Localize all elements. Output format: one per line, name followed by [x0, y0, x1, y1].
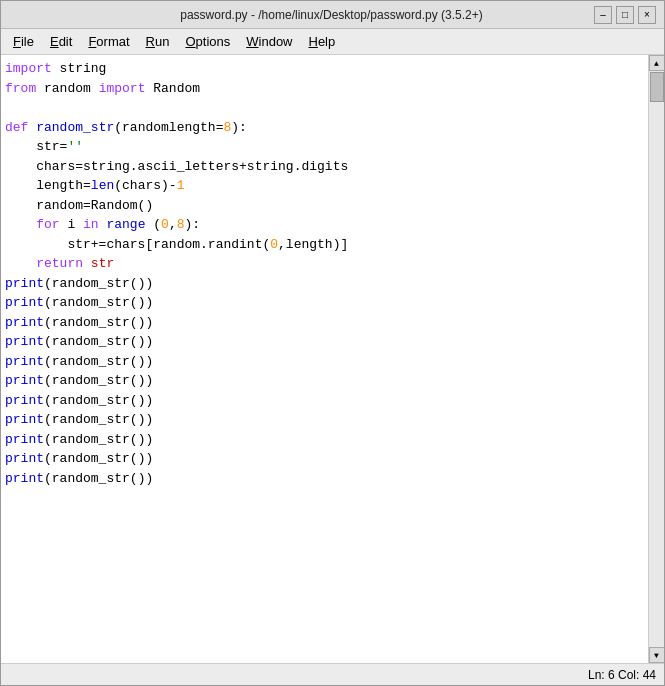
code-line: print(random_str()): [5, 391, 644, 411]
code-line: print(random_str()): [5, 469, 644, 489]
status-bar: Ln: 6 Col: 44: [1, 663, 664, 685]
code-line: print(random_str()): [5, 371, 644, 391]
title-bar: password.py - /home/linux/Desktop/passwo…: [1, 1, 664, 29]
minimize-button[interactable]: –: [594, 6, 612, 24]
menu-window[interactable]: Window: [238, 32, 300, 51]
code-line: print(random_str()): [5, 352, 644, 372]
code-line: print(random_str()): [5, 313, 644, 333]
main-window: password.py - /home/linux/Desktop/passwo…: [0, 0, 665, 686]
code-line: random=Random(): [5, 196, 644, 216]
scroll-track[interactable]: [649, 71, 664, 647]
window-title: password.py - /home/linux/Desktop/passwo…: [69, 8, 594, 22]
vertical-scrollbar[interactable]: ▲ ▼: [648, 55, 664, 663]
code-line: from random import Random: [5, 79, 644, 99]
scroll-thumb[interactable]: [650, 72, 664, 102]
cursor-position: Ln: 6 Col: 44: [588, 668, 656, 682]
code-line: print(random_str()): [5, 332, 644, 352]
menu-options[interactable]: Options: [177, 32, 238, 51]
code-line: [5, 98, 644, 118]
code-line: def random_str(randomlength=8):: [5, 118, 644, 138]
menu-format[interactable]: Format: [80, 32, 137, 51]
code-line: for i in range (0,8):: [5, 215, 644, 235]
menu-help[interactable]: Help: [301, 32, 344, 51]
editor-area: import string from random import Random …: [1, 55, 664, 663]
menu-run[interactable]: Run: [138, 32, 178, 51]
scroll-down-button[interactable]: ▼: [649, 647, 665, 663]
maximize-button[interactable]: □: [616, 6, 634, 24]
code-line: str='': [5, 137, 644, 157]
code-line: print(random_str()): [5, 430, 644, 450]
code-line: import string: [5, 59, 644, 79]
close-button[interactable]: ×: [638, 6, 656, 24]
code-line: print(random_str()): [5, 274, 644, 294]
scroll-up-button[interactable]: ▲: [649, 55, 665, 71]
code-line: print(random_str()): [5, 293, 644, 313]
code-line: length=len(chars)-1: [5, 176, 644, 196]
menu-edit[interactable]: Edit: [42, 32, 80, 51]
window-controls[interactable]: – □ ×: [594, 6, 656, 24]
menu-file[interactable]: File: [5, 32, 42, 51]
code-line: chars=string.ascii_letters+string.digits: [5, 157, 644, 177]
code-line: print(random_str()): [5, 449, 644, 469]
code-editor[interactable]: import string from random import Random …: [1, 55, 648, 663]
menu-bar: File Edit Format Run Options Window Help: [1, 29, 664, 55]
code-line: print(random_str()): [5, 410, 644, 430]
code-line: return str: [5, 254, 644, 274]
code-line: str+=chars[random.randint(0,length)]: [5, 235, 644, 255]
